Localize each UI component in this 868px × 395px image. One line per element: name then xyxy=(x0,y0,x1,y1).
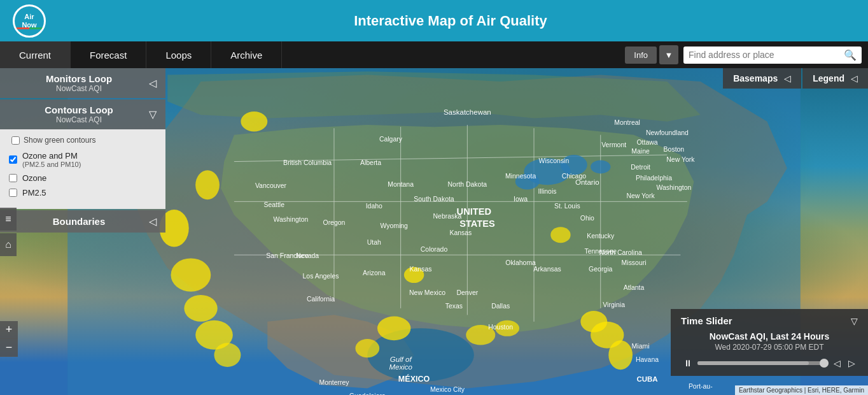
svg-text:South Dakota: South Dakota xyxy=(414,196,454,203)
svg-text:Vancouver: Vancouver xyxy=(255,182,287,189)
time-slider-fill xyxy=(697,361,809,365)
svg-text:Idaho: Idaho xyxy=(366,203,382,210)
pm25-checkbox[interactable] xyxy=(9,189,17,197)
svg-text:Montana: Montana xyxy=(388,181,414,188)
ozone-pm-label: Ozone and PM (PM2.5 and PM10) xyxy=(22,151,81,168)
search-input[interactable] xyxy=(689,50,844,60)
svg-text:Gulf of: Gulf of xyxy=(390,356,413,363)
sidebar: Monitors Loop NowCast AQI ◁ Contours Loo… xyxy=(0,68,165,234)
ozone-pm-row: Ozone and PM (PM2.5 and PM10) xyxy=(9,151,157,168)
svg-text:Ohio: Ohio xyxy=(580,215,594,222)
svg-text:Iowa: Iowa xyxy=(514,196,528,203)
svg-text:Atlanta: Atlanta xyxy=(624,284,645,291)
time-slider-controls: ⏸ ◁ ▷ xyxy=(681,357,858,370)
nav-loops[interactable]: Loops xyxy=(146,41,211,68)
svg-text:New York: New York xyxy=(626,192,655,199)
nav-collapse-button[interactable]: ≡ xyxy=(0,208,17,231)
time-slider: Time Slider ▽ NowCast AQI, Last 24 Hours… xyxy=(671,309,868,376)
svg-text:Havana: Havana xyxy=(636,356,659,363)
svg-text:Oregon: Oregon xyxy=(323,219,346,226)
svg-point-21 xyxy=(377,316,410,340)
svg-text:Alberta: Alberta xyxy=(360,159,381,166)
zoom-controls: + − xyxy=(0,321,18,357)
monitors-loop-title-block: Monitors Loop NowCast AQI xyxy=(9,73,149,93)
nav-current[interactable]: Current xyxy=(0,41,71,68)
svg-text:Ontario: Ontario xyxy=(575,178,599,186)
svg-point-18 xyxy=(214,343,241,367)
ozone-label: Ozone xyxy=(22,173,46,183)
svg-text:Denver: Denver xyxy=(456,289,478,296)
ozone-pm-checkbox[interactable] xyxy=(9,155,17,164)
boundaries-header[interactable]: Boundaries ◁ xyxy=(0,210,165,233)
time-slider-track[interactable] xyxy=(697,361,829,365)
svg-point-15 xyxy=(171,258,211,291)
search-container: 🔍 xyxy=(683,47,862,64)
time-slider-forward[interactable]: ▷ xyxy=(846,357,858,370)
basemaps-panel[interactable]: Basemaps ◁ xyxy=(723,68,801,89)
svg-text:North Dakota: North Dakota xyxy=(448,181,487,188)
time-slider-header: Time Slider ▽ xyxy=(681,315,858,326)
svg-text:Los Angeles: Los Angeles xyxy=(303,273,339,280)
time-slider-label: NowCast AQI, Last 24 Hours xyxy=(681,331,858,341)
zoom-in-button[interactable]: + xyxy=(0,321,18,339)
svg-text:Kentucky: Kentucky xyxy=(587,233,615,240)
info-button[interactable]: Info xyxy=(625,47,657,64)
basemaps-chevron: ◁ xyxy=(784,73,791,83)
basemaps-label: Basemaps xyxy=(733,73,778,83)
logo-area: AirNow xyxy=(13,4,46,38)
svg-text:MÉXICO: MÉXICO xyxy=(398,374,430,384)
svg-point-12 xyxy=(591,160,610,173)
svg-text:Vermont: Vermont xyxy=(601,141,626,148)
time-slider-back[interactable]: ◁ xyxy=(831,357,843,370)
svg-text:UNITED: UNITED xyxy=(457,206,492,217)
svg-text:Washington: Washington xyxy=(656,184,691,191)
boundaries-title: Boundaries xyxy=(53,216,106,227)
svg-text:Colorado: Colorado xyxy=(421,246,448,253)
header: AirNow Interactive Map of Air Quality xyxy=(0,0,868,41)
svg-text:Montreal: Montreal xyxy=(614,119,640,126)
dropdown-button[interactable]: ▼ xyxy=(659,45,678,64)
legend-chevron: ◁ xyxy=(851,73,858,83)
zoom-out-button[interactable]: − xyxy=(0,339,18,357)
svg-text:Georgia: Georgia xyxy=(589,266,612,273)
contours-loop-panel: Contours Loop NowCast AQI ▽ Show green c… xyxy=(0,99,165,209)
time-slider-thumb xyxy=(820,359,829,368)
svg-text:Oklahoma: Oklahoma xyxy=(505,259,536,266)
svg-text:Calgary: Calgary xyxy=(379,136,403,143)
monitors-loop-title: Monitors Loop xyxy=(46,73,112,84)
svg-text:Mexico: Mexico xyxy=(389,363,412,371)
svg-text:Newfoundland: Newfoundland xyxy=(646,129,689,136)
svg-text:Saskatchewan: Saskatchewan xyxy=(444,108,491,116)
svg-text:Dallas: Dallas xyxy=(491,303,510,310)
svg-text:Miami: Miami xyxy=(632,343,650,350)
ozone-checkbox[interactable] xyxy=(9,174,17,182)
svg-point-28 xyxy=(550,227,570,243)
monitors-loop-header[interactable]: Monitors Loop NowCast AQI ◁ xyxy=(0,68,165,98)
svg-text:Detroit: Detroit xyxy=(631,164,650,171)
legend-panel[interactable]: Legend ◁ xyxy=(802,68,868,89)
nav-archive[interactable]: Archive xyxy=(211,41,282,68)
page-title: Interactive Map of Air Quality xyxy=(46,13,855,29)
svg-point-25 xyxy=(608,340,633,370)
svg-text:Washington: Washington xyxy=(274,216,309,223)
search-icon[interactable]: 🔍 xyxy=(844,49,857,61)
home-button[interactable]: ⌂ xyxy=(0,233,17,256)
svg-text:CUBA: CUBA xyxy=(636,375,657,383)
time-slider-pause[interactable]: ⏸ xyxy=(681,357,695,370)
svg-text:Ottawa: Ottawa xyxy=(636,139,657,146)
svg-text:New York: New York xyxy=(666,156,695,163)
svg-text:Philadelphia: Philadelphia xyxy=(636,175,672,182)
contours-loop-header[interactable]: Contours Loop NowCast AQI ▽ xyxy=(0,99,165,129)
svg-text:Guadalajara: Guadalajara xyxy=(349,392,386,395)
svg-text:St. Louis: St. Louis xyxy=(554,203,580,210)
show-green-checkbox[interactable] xyxy=(11,136,20,145)
svg-text:Missouri: Missouri xyxy=(622,259,647,266)
nav-forecast[interactable]: Forecast xyxy=(71,41,146,68)
svg-text:Wisconsin: Wisconsin xyxy=(539,157,570,164)
boundaries-panel: Boundaries ◁ xyxy=(0,210,165,233)
boundaries-title-block: Boundaries xyxy=(9,216,149,227)
svg-text:New Mexico: New Mexico xyxy=(409,289,445,296)
svg-text:Nebraska: Nebraska xyxy=(433,213,462,220)
svg-text:STATES: STATES xyxy=(459,219,495,229)
show-green-label: Show green contours xyxy=(24,136,95,145)
